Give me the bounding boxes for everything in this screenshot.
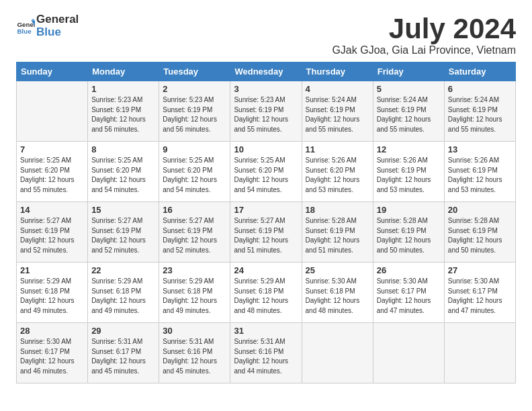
day-number: 29 [91,326,155,336]
weekday-tuesday: Tuesday [159,62,230,81]
day-number: 24 [234,265,298,275]
cell-info: Sunrise: 5:25 AM Sunset: 6:20 PM Dayligh… [20,156,84,195]
day-number: 6 [448,84,512,94]
cell-info: Sunrise: 5:29 AM Sunset: 6:18 PM Dayligh… [163,277,226,316]
calendar-table: SundayMondayTuesdayWednesdayThursdayFrid… [16,62,516,383]
day-number: 11 [306,144,369,154]
cell-info: Sunrise: 5:29 AM Sunset: 6:18 PM Dayligh… [20,277,84,316]
logo: General Blue General Blue [16,13,79,38]
logo-blue-text: Blue [36,26,79,39]
cell-info: Sunrise: 5:26 AM Sunset: 6:19 PM Dayligh… [448,156,512,195]
svg-text:Blue: Blue [17,28,32,35]
cell-info: Sunrise: 5:30 AM Sunset: 6:18 PM Dayligh… [306,277,369,316]
day-number: 9 [163,144,226,154]
calendar-cell: 10Sunrise: 5:25 AM Sunset: 6:20 PM Dayli… [230,142,302,202]
cell-info: Sunrise: 5:30 AM Sunset: 6:17 PM Dayligh… [448,277,512,316]
day-number: 14 [20,205,84,215]
cell-info: Sunrise: 5:30 AM Sunset: 6:17 PM Dayligh… [377,277,441,316]
day-number: 1 [91,84,155,94]
calendar-cell: 31Sunrise: 5:31 AM Sunset: 6:16 PM Dayli… [230,323,302,383]
cell-info: Sunrise: 5:29 AM Sunset: 6:18 PM Dayligh… [234,277,298,316]
day-number: 4 [306,84,369,94]
cell-info: Sunrise: 5:23 AM Sunset: 6:19 PM Dayligh… [234,95,298,134]
calendar-cell: 23Sunrise: 5:29 AM Sunset: 6:18 PM Dayli… [159,263,230,323]
weekday-saturday: Saturday [444,62,515,81]
calendar-week-2: 7Sunrise: 5:25 AM Sunset: 6:20 PM Daylig… [17,142,516,202]
weekday-header-row: SundayMondayTuesdayWednesdayThursdayFrid… [17,62,516,81]
weekday-sunday: Sunday [17,62,88,81]
calendar-cell: 2Sunrise: 5:23 AM Sunset: 6:19 PM Daylig… [159,81,230,142]
day-number: 3 [234,84,298,94]
calendar-week-3: 14Sunrise: 5:27 AM Sunset: 6:19 PM Dayli… [17,202,516,263]
cell-info: Sunrise: 5:24 AM Sunset: 6:19 PM Dayligh… [306,95,369,134]
weekday-wednesday: Wednesday [230,62,302,81]
logo-icon: General Blue [16,17,35,36]
calendar-cell: 13Sunrise: 5:26 AM Sunset: 6:19 PM Dayli… [444,142,515,202]
cell-info: Sunrise: 5:29 AM Sunset: 6:18 PM Dayligh… [91,277,155,316]
day-number: 20 [448,205,512,215]
page-header: General Blue General Blue July 2024 GJak… [16,13,516,56]
day-number: 22 [91,265,155,275]
cell-info: Sunrise: 5:27 AM Sunset: 6:19 PM Dayligh… [91,216,155,255]
svg-marker-3 [31,18,35,20]
calendar-cell: 12Sunrise: 5:26 AM Sunset: 6:19 PM Dayli… [373,142,444,202]
calendar-cell: 30Sunrise: 5:31 AM Sunset: 6:16 PM Dayli… [159,323,230,383]
calendar-cell: 1Sunrise: 5:23 AM Sunset: 6:19 PM Daylig… [88,81,159,142]
day-number: 27 [448,265,512,275]
day-number: 31 [234,326,298,336]
weekday-thursday: Thursday [302,62,373,81]
calendar-cell: 26Sunrise: 5:30 AM Sunset: 6:17 PM Dayli… [373,263,444,323]
calendar-cell [444,323,515,383]
cell-info: Sunrise: 5:24 AM Sunset: 6:19 PM Dayligh… [377,95,441,134]
cell-info: Sunrise: 5:30 AM Sunset: 6:17 PM Dayligh… [20,337,84,376]
calendar-cell: 18Sunrise: 5:28 AM Sunset: 6:19 PM Dayli… [302,202,373,263]
cell-info: Sunrise: 5:25 AM Sunset: 6:20 PM Dayligh… [91,156,155,195]
calendar-cell: 8Sunrise: 5:25 AM Sunset: 6:20 PM Daylig… [88,142,159,202]
day-number: 7 [20,144,84,154]
calendar-cell: 19Sunrise: 5:28 AM Sunset: 6:19 PM Dayli… [373,202,444,263]
calendar-cell: 29Sunrise: 5:31 AM Sunset: 6:17 PM Dayli… [88,323,159,383]
cell-info: Sunrise: 5:28 AM Sunset: 6:19 PM Dayligh… [306,216,369,255]
cell-info: Sunrise: 5:27 AM Sunset: 6:19 PM Dayligh… [20,216,84,255]
calendar-cell: 28Sunrise: 5:30 AM Sunset: 6:17 PM Dayli… [17,323,88,383]
calendar-cell [302,323,373,383]
weekday-monday: Monday [88,62,159,81]
calendar-cell: 20Sunrise: 5:28 AM Sunset: 6:19 PM Dayli… [444,202,515,263]
calendar-cell: 4Sunrise: 5:24 AM Sunset: 6:19 PM Daylig… [302,81,373,142]
cell-info: Sunrise: 5:28 AM Sunset: 6:19 PM Dayligh… [448,216,512,255]
calendar-cell: 15Sunrise: 5:27 AM Sunset: 6:19 PM Dayli… [88,202,159,263]
calendar-cell: 25Sunrise: 5:30 AM Sunset: 6:18 PM Dayli… [302,263,373,323]
day-number: 13 [448,144,512,154]
day-number: 23 [163,265,226,275]
calendar-week-5: 28Sunrise: 5:30 AM Sunset: 6:17 PM Dayli… [17,323,516,383]
calendar-cell: 6Sunrise: 5:24 AM Sunset: 6:19 PM Daylig… [444,81,515,142]
logo-general-text: General [36,13,79,26]
cell-info: Sunrise: 5:26 AM Sunset: 6:20 PM Dayligh… [306,156,369,195]
day-number: 5 [377,84,441,94]
cell-info: Sunrise: 5:25 AM Sunset: 6:20 PM Dayligh… [234,156,298,195]
calendar-cell: 17Sunrise: 5:27 AM Sunset: 6:19 PM Dayli… [230,202,302,263]
cell-info: Sunrise: 5:31 AM Sunset: 6:17 PM Dayligh… [91,337,155,376]
day-number: 10 [234,144,298,154]
day-number: 30 [163,326,226,336]
cell-info: Sunrise: 5:31 AM Sunset: 6:16 PM Dayligh… [163,337,226,376]
calendar-cell: 14Sunrise: 5:27 AM Sunset: 6:19 PM Dayli… [17,202,88,263]
cell-info: Sunrise: 5:24 AM Sunset: 6:19 PM Dayligh… [448,95,512,134]
cell-info: Sunrise: 5:27 AM Sunset: 6:19 PM Dayligh… [234,216,298,255]
cell-info: Sunrise: 5:27 AM Sunset: 6:19 PM Dayligh… [163,216,226,255]
weekday-friday: Friday [373,62,444,81]
cell-info: Sunrise: 5:28 AM Sunset: 6:19 PM Dayligh… [377,216,441,255]
title-block: July 2024 GJak GJoa, Gia Lai Province, V… [332,13,516,56]
day-number: 25 [306,265,369,275]
calendar-cell: 5Sunrise: 5:24 AM Sunset: 6:19 PM Daylig… [373,81,444,142]
day-number: 2 [163,84,226,94]
calendar-cell [373,323,444,383]
day-number: 12 [377,144,441,154]
calendar-cell: 24Sunrise: 5:29 AM Sunset: 6:18 PM Dayli… [230,263,302,323]
calendar-cell: 11Sunrise: 5:26 AM Sunset: 6:20 PM Dayli… [302,142,373,202]
calendar-week-4: 21Sunrise: 5:29 AM Sunset: 6:18 PM Dayli… [17,263,516,323]
cell-info: Sunrise: 5:31 AM Sunset: 6:16 PM Dayligh… [234,337,298,376]
day-number: 17 [234,205,298,215]
calendar-cell: 7Sunrise: 5:25 AM Sunset: 6:20 PM Daylig… [17,142,88,202]
day-number: 19 [377,205,441,215]
